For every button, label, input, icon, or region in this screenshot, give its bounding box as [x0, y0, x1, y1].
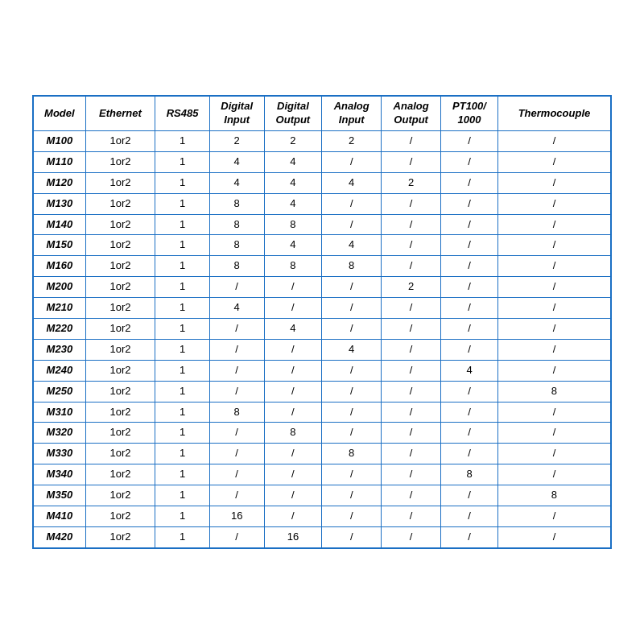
- table-cell-11-1: 1or2: [85, 360, 155, 381]
- table-cell-4-7: /: [441, 214, 498, 235]
- table-cell-12-2: 1: [155, 381, 210, 402]
- table-cell-3-7: /: [441, 193, 498, 214]
- table-cell-9-2: 1: [155, 319, 210, 340]
- table-row: M1601or21888///: [33, 256, 611, 277]
- table-cell-12-7: /: [441, 381, 498, 402]
- table-cell-5-6: /: [382, 235, 441, 256]
- table-cell-11-2: 1: [155, 360, 210, 381]
- table-cell-19-5: /: [322, 526, 382, 547]
- table-cell-7-3: /: [209, 277, 264, 298]
- table-cell-12-5: /: [322, 381, 382, 402]
- table-cell-17-1: 1or2: [85, 485, 155, 506]
- table-cell-14-1: 1or2: [85, 423, 155, 444]
- table-cell-9-5: /: [322, 319, 382, 340]
- table-cell-13-5: /: [322, 402, 382, 423]
- table-row: M1301or2184////: [33, 193, 611, 214]
- header-row: ModelEthernetRS485DigitalInputDigitalOut…: [33, 96, 611, 130]
- table-cell-17-3: /: [209, 485, 264, 506]
- table-cell-9-6: /: [382, 319, 441, 340]
- table-cell-1-6: /: [382, 151, 441, 172]
- table-cell-13-1: 1or2: [85, 402, 155, 423]
- table-cell-4-2: 1: [155, 214, 210, 235]
- table-cell-14-6: /: [382, 423, 441, 444]
- table-cell-6-2: 1: [155, 256, 210, 277]
- table-cell-18-5: /: [322, 506, 382, 527]
- table-cell-2-2: 1: [155, 172, 210, 193]
- table-cell-10-5: 4: [322, 339, 382, 360]
- table-cell-1-7: /: [441, 151, 498, 172]
- table-cell-10-7: /: [441, 339, 498, 360]
- table-cell-12-6: /: [382, 381, 441, 402]
- table-row: M3101or218/////: [33, 402, 611, 423]
- table-cell-2-7: /: [441, 172, 498, 193]
- table-cell-16-6: /: [382, 464, 441, 485]
- column-header-6: AnalogOutput: [382, 96, 441, 130]
- table-cell-10-2: 1: [155, 339, 210, 360]
- table-cell-9-0: M220: [33, 319, 85, 340]
- table-cell-17-0: M350: [33, 485, 85, 506]
- table-cell-8-3: 4: [209, 298, 264, 319]
- table-cell-16-1: 1or2: [85, 464, 155, 485]
- table-cell-19-8: /: [497, 526, 611, 547]
- table-cell-0-5: 2: [322, 130, 382, 151]
- table-row: M1101or2144////: [33, 151, 611, 172]
- table-row: M2501or21/////8: [33, 381, 611, 402]
- table-row: M2001or21///2//: [33, 277, 611, 298]
- column-header-2: RS485: [155, 96, 210, 130]
- table-cell-11-4: /: [264, 360, 322, 381]
- table-cell-14-0: M320: [33, 423, 85, 444]
- table-cell-4-0: M140: [33, 214, 85, 235]
- table-cell-14-7: /: [441, 423, 498, 444]
- table-cell-5-4: 4: [264, 235, 322, 256]
- table-cell-3-6: /: [382, 193, 441, 214]
- table-cell-2-3: 4: [209, 172, 264, 193]
- table-cell-15-3: /: [209, 444, 264, 464]
- table-cell-17-7: /: [441, 485, 498, 506]
- table-cell-2-6: 2: [382, 172, 441, 193]
- table-cell-15-2: 1: [155, 444, 210, 464]
- table-cell-11-5: /: [322, 360, 382, 381]
- table-cell-15-7: /: [441, 444, 498, 464]
- column-header-0: Model: [33, 96, 85, 130]
- column-header-5: AnalogInput: [322, 96, 382, 130]
- table-cell-11-8: /: [497, 360, 611, 381]
- table-cell-0-3: 2: [209, 130, 264, 151]
- table-row: M1401or2188////: [33, 214, 611, 235]
- table-row: M1001or21222///: [33, 130, 611, 151]
- table-row: M2201or21/4////: [33, 319, 611, 340]
- table-cell-13-7: /: [441, 402, 498, 423]
- column-header-1: Ethernet: [85, 96, 155, 130]
- table-cell-10-6: /: [382, 339, 441, 360]
- table-cell-2-1: 1or2: [85, 172, 155, 193]
- table-cell-4-8: /: [497, 214, 611, 235]
- table-row: M2401or21////4/: [33, 360, 611, 381]
- table-cell-19-4: 16: [264, 526, 322, 547]
- table-cell-19-1: 1or2: [85, 526, 155, 547]
- table-cell-11-3: /: [209, 360, 264, 381]
- table-cell-7-4: /: [264, 277, 322, 298]
- table-cell-4-4: 8: [264, 214, 322, 235]
- table-cell-10-4: /: [264, 339, 322, 360]
- table-cell-0-8: /: [497, 130, 611, 151]
- table-cell-5-8: /: [497, 235, 611, 256]
- table-cell-10-0: M230: [33, 339, 85, 360]
- table-cell-7-7: /: [441, 277, 498, 298]
- table-cell-1-4: 4: [264, 151, 322, 172]
- table-cell-8-0: M210: [33, 298, 85, 319]
- table-cell-18-0: M410: [33, 506, 85, 527]
- table-cell-15-4: /: [264, 444, 322, 464]
- table-cell-4-3: 8: [209, 214, 264, 235]
- table-cell-19-3: /: [209, 526, 264, 547]
- table-cell-19-6: /: [382, 526, 441, 547]
- table-cell-5-1: 1or2: [85, 235, 155, 256]
- table-cell-8-4: /: [264, 298, 322, 319]
- table-cell-9-4: 4: [264, 319, 322, 340]
- table-cell-0-6: /: [382, 130, 441, 151]
- table-cell-4-6: /: [382, 214, 441, 235]
- table-cell-2-8: /: [497, 172, 611, 193]
- table-cell-18-2: 1: [155, 506, 210, 527]
- table-cell-6-4: 8: [264, 256, 322, 277]
- table-cell-0-0: M100: [33, 130, 85, 151]
- table-cell-7-1: 1or2: [85, 277, 155, 298]
- table-cell-3-4: 4: [264, 193, 322, 214]
